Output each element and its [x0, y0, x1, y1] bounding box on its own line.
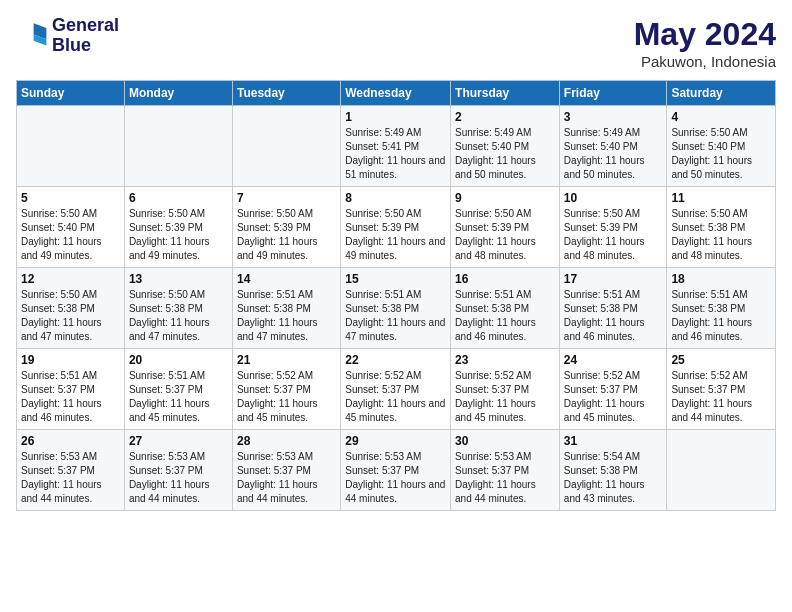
day-number: 6 [129, 191, 228, 205]
calendar-cell: 9Sunrise: 5:50 AMSunset: 5:39 PMDaylight… [451, 187, 560, 268]
calendar-cell [232, 106, 340, 187]
day-number: 15 [345, 272, 446, 286]
calendar-week-row: 1Sunrise: 5:49 AMSunset: 5:41 PMDaylight… [17, 106, 776, 187]
day-number: 12 [21, 272, 120, 286]
day-number: 5 [21, 191, 120, 205]
calendar-cell: 26Sunrise: 5:53 AMSunset: 5:37 PMDayligh… [17, 430, 125, 511]
calendar-cell: 3Sunrise: 5:49 AMSunset: 5:40 PMDaylight… [559, 106, 667, 187]
day-info: Sunrise: 5:54 AMSunset: 5:38 PMDaylight:… [564, 450, 663, 506]
calendar-cell: 30Sunrise: 5:53 AMSunset: 5:37 PMDayligh… [451, 430, 560, 511]
weekday-header: Friday [559, 81, 667, 106]
calendar-cell: 15Sunrise: 5:51 AMSunset: 5:38 PMDayligh… [341, 268, 451, 349]
day-number: 4 [671, 110, 771, 124]
calendar-cell: 10Sunrise: 5:50 AMSunset: 5:39 PMDayligh… [559, 187, 667, 268]
day-info: Sunrise: 5:51 AMSunset: 5:38 PMDaylight:… [455, 288, 555, 344]
calendar-cell: 1Sunrise: 5:49 AMSunset: 5:41 PMDaylight… [341, 106, 451, 187]
day-info: Sunrise: 5:52 AMSunset: 5:37 PMDaylight:… [455, 369, 555, 425]
calendar-cell: 4Sunrise: 5:50 AMSunset: 5:40 PMDaylight… [667, 106, 776, 187]
day-info: Sunrise: 5:50 AMSunset: 5:39 PMDaylight:… [129, 207, 228, 263]
day-info: Sunrise: 5:51 AMSunset: 5:37 PMDaylight:… [129, 369, 228, 425]
day-number: 13 [129, 272, 228, 286]
calendar-cell: 6Sunrise: 5:50 AMSunset: 5:39 PMDaylight… [124, 187, 232, 268]
day-info: Sunrise: 5:49 AMSunset: 5:41 PMDaylight:… [345, 126, 446, 182]
day-info: Sunrise: 5:51 AMSunset: 5:38 PMDaylight:… [345, 288, 446, 344]
day-info: Sunrise: 5:49 AMSunset: 5:40 PMDaylight:… [564, 126, 663, 182]
day-number: 30 [455, 434, 555, 448]
calendar-cell [667, 430, 776, 511]
day-info: Sunrise: 5:52 AMSunset: 5:37 PMDaylight:… [237, 369, 336, 425]
day-number: 22 [345, 353, 446, 367]
day-number: 26 [21, 434, 120, 448]
calendar-cell [17, 106, 125, 187]
day-info: Sunrise: 5:50 AMSunset: 5:40 PMDaylight:… [21, 207, 120, 263]
calendar-cell: 24Sunrise: 5:52 AMSunset: 5:37 PMDayligh… [559, 349, 667, 430]
day-info: Sunrise: 5:53 AMSunset: 5:37 PMDaylight:… [21, 450, 120, 506]
calendar-cell: 8Sunrise: 5:50 AMSunset: 5:39 PMDaylight… [341, 187, 451, 268]
day-number: 18 [671, 272, 771, 286]
day-number: 20 [129, 353, 228, 367]
day-info: Sunrise: 5:50 AMSunset: 5:40 PMDaylight:… [671, 126, 771, 182]
calendar-cell: 13Sunrise: 5:50 AMSunset: 5:38 PMDayligh… [124, 268, 232, 349]
day-number: 24 [564, 353, 663, 367]
calendar-cell: 11Sunrise: 5:50 AMSunset: 5:38 PMDayligh… [667, 187, 776, 268]
day-number: 19 [21, 353, 120, 367]
day-number: 2 [455, 110, 555, 124]
day-number: 31 [564, 434, 663, 448]
day-info: Sunrise: 5:50 AMSunset: 5:38 PMDaylight:… [129, 288, 228, 344]
day-number: 29 [345, 434, 446, 448]
day-number: 8 [345, 191, 446, 205]
logo-icon [16, 20, 48, 52]
day-number: 3 [564, 110, 663, 124]
calendar-cell: 12Sunrise: 5:50 AMSunset: 5:38 PMDayligh… [17, 268, 125, 349]
day-info: Sunrise: 5:50 AMSunset: 5:39 PMDaylight:… [345, 207, 446, 263]
calendar-cell: 19Sunrise: 5:51 AMSunset: 5:37 PMDayligh… [17, 349, 125, 430]
day-info: Sunrise: 5:51 AMSunset: 5:38 PMDaylight:… [237, 288, 336, 344]
calendar-cell: 18Sunrise: 5:51 AMSunset: 5:38 PMDayligh… [667, 268, 776, 349]
day-info: Sunrise: 5:53 AMSunset: 5:37 PMDaylight:… [345, 450, 446, 506]
weekday-header-row: SundayMondayTuesdayWednesdayThursdayFrid… [17, 81, 776, 106]
location: Pakuwon, Indonesia [634, 53, 776, 70]
calendar-cell: 14Sunrise: 5:51 AMSunset: 5:38 PMDayligh… [232, 268, 340, 349]
day-info: Sunrise: 5:50 AMSunset: 5:39 PMDaylight:… [455, 207, 555, 263]
calendar-cell: 25Sunrise: 5:52 AMSunset: 5:37 PMDayligh… [667, 349, 776, 430]
month-title: May 2024 [634, 16, 776, 53]
day-number: 25 [671, 353, 771, 367]
calendar-week-row: 26Sunrise: 5:53 AMSunset: 5:37 PMDayligh… [17, 430, 776, 511]
day-info: Sunrise: 5:52 AMSunset: 5:37 PMDaylight:… [345, 369, 446, 425]
calendar-cell: 21Sunrise: 5:52 AMSunset: 5:37 PMDayligh… [232, 349, 340, 430]
calendar-cell: 22Sunrise: 5:52 AMSunset: 5:37 PMDayligh… [341, 349, 451, 430]
logo: General Blue [16, 16, 119, 56]
weekday-header: Sunday [17, 81, 125, 106]
page-header: General Blue May 2024 Pakuwon, Indonesia [16, 16, 776, 70]
calendar-cell: 20Sunrise: 5:51 AMSunset: 5:37 PMDayligh… [124, 349, 232, 430]
calendar-week-row: 19Sunrise: 5:51 AMSunset: 5:37 PMDayligh… [17, 349, 776, 430]
weekday-header: Wednesday [341, 81, 451, 106]
day-number: 14 [237, 272, 336, 286]
day-info: Sunrise: 5:49 AMSunset: 5:40 PMDaylight:… [455, 126, 555, 182]
day-number: 16 [455, 272, 555, 286]
day-info: Sunrise: 5:52 AMSunset: 5:37 PMDaylight:… [564, 369, 663, 425]
day-number: 7 [237, 191, 336, 205]
calendar-cell [124, 106, 232, 187]
day-info: Sunrise: 5:50 AMSunset: 5:38 PMDaylight:… [21, 288, 120, 344]
calendar-cell: 5Sunrise: 5:50 AMSunset: 5:40 PMDaylight… [17, 187, 125, 268]
day-info: Sunrise: 5:53 AMSunset: 5:37 PMDaylight:… [455, 450, 555, 506]
weekday-header: Thursday [451, 81, 560, 106]
calendar-cell: 31Sunrise: 5:54 AMSunset: 5:38 PMDayligh… [559, 430, 667, 511]
day-info: Sunrise: 5:50 AMSunset: 5:38 PMDaylight:… [671, 207, 771, 263]
day-number: 28 [237, 434, 336, 448]
day-info: Sunrise: 5:51 AMSunset: 5:38 PMDaylight:… [671, 288, 771, 344]
day-info: Sunrise: 5:51 AMSunset: 5:38 PMDaylight:… [564, 288, 663, 344]
calendar-cell: 28Sunrise: 5:53 AMSunset: 5:37 PMDayligh… [232, 430, 340, 511]
calendar-cell: 23Sunrise: 5:52 AMSunset: 5:37 PMDayligh… [451, 349, 560, 430]
day-number: 9 [455, 191, 555, 205]
calendar-cell: 7Sunrise: 5:50 AMSunset: 5:39 PMDaylight… [232, 187, 340, 268]
calendar-cell: 29Sunrise: 5:53 AMSunset: 5:37 PMDayligh… [341, 430, 451, 511]
calendar-table: SundayMondayTuesdayWednesdayThursdayFrid… [16, 80, 776, 511]
day-info: Sunrise: 5:50 AMSunset: 5:39 PMDaylight:… [237, 207, 336, 263]
weekday-header: Tuesday [232, 81, 340, 106]
calendar-cell: 27Sunrise: 5:53 AMSunset: 5:37 PMDayligh… [124, 430, 232, 511]
calendar-cell: 16Sunrise: 5:51 AMSunset: 5:38 PMDayligh… [451, 268, 560, 349]
day-number: 21 [237, 353, 336, 367]
logo-text: General Blue [52, 16, 119, 56]
